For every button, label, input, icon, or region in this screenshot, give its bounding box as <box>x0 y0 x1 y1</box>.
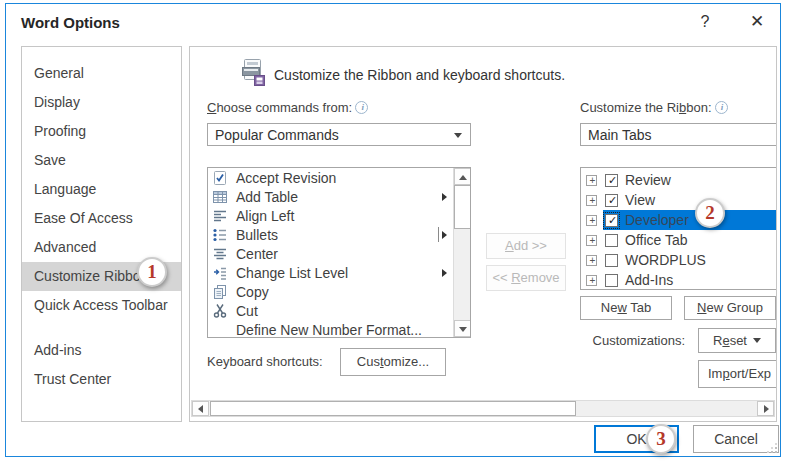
reset-button[interactable]: Reset <box>698 328 776 353</box>
sidebar-item-general[interactable]: General <box>22 59 181 88</box>
command-row[interactable]: Cut <box>208 301 470 320</box>
change-list-level-icon <box>212 265 228 281</box>
callout-badge-2: 2 <box>695 198 725 228</box>
tab-checkbox[interactable] <box>605 274 618 287</box>
submenu-arrow-icon <box>442 231 447 239</box>
tree-row-add-ins[interactable]: Add-Ins <box>581 270 776 290</box>
callout-badge-1: 1 <box>137 257 167 287</box>
tree-row-review[interactable]: Review <box>581 170 776 190</box>
tree-row-office-tab[interactable]: Office Tab <box>581 230 776 250</box>
reset-caret-icon <box>753 338 761 343</box>
commands-list: Accept RevisionAdd TableAlign LeftBullet… <box>207 167 471 338</box>
sidebar-item-ease-of-access[interactable]: Ease Of Access <box>22 204 181 233</box>
sidebar-item-save[interactable]: Save <box>22 146 181 175</box>
remove-button[interactable]: << Remove <box>486 265 566 291</box>
main-panel: Customize the Ribbon and keyboard shortc… <box>189 46 777 422</box>
tab-row-body[interactable]: Review <box>603 170 776 190</box>
sidebar-item-language[interactable]: Language <box>22 175 181 204</box>
help-button[interactable]: ? <box>690 8 720 36</box>
scroll-down-button[interactable] <box>454 320 471 337</box>
submenu-arrow-icon <box>442 193 447 201</box>
command-label: Cut <box>236 303 258 319</box>
tab-checkbox[interactable] <box>605 254 618 267</box>
sidebar-item-add-ins[interactable]: Add-ins <box>22 336 181 365</box>
scroll-up-button[interactable] <box>454 168 471 185</box>
info-icon <box>355 101 368 114</box>
expand-plus-icon[interactable] <box>586 255 597 266</box>
customize-keyboard-button[interactable]: Customize... <box>340 348 446 376</box>
accept-revision-icon <box>212 170 228 186</box>
window-title: Word Options <box>21 14 120 31</box>
info-icon <box>715 101 728 114</box>
tab-row-body[interactable]: Developer <box>603 210 776 230</box>
tab-checkbox[interactable] <box>605 174 618 187</box>
tab-row-body[interactable]: Office Tab <box>603 230 776 250</box>
tab-label: Review <box>625 172 671 188</box>
command-label: Copy <box>236 284 269 300</box>
command-row[interactable]: Accept Revision <box>208 168 470 187</box>
no-icon <box>212 322 228 338</box>
sidebar-item-display[interactable]: Display <box>22 88 181 117</box>
horizontal-scroll-thumb[interactable] <box>210 401 576 416</box>
command-label: Accept Revision <box>236 170 336 186</box>
horizontal-scrollbar[interactable] <box>191 400 775 417</box>
split-divider <box>438 227 439 242</box>
main-tabs-tree: ReviewViewDeveloperOffice TabWORDPLUSAdd… <box>580 167 777 290</box>
tree-row-view[interactable]: View <box>581 190 776 210</box>
command-label: Define New Number Format... <box>236 322 422 338</box>
command-row[interactable]: Center <box>208 244 470 263</box>
tree-row-developer[interactable]: Developer <box>581 210 776 230</box>
dropdown-caret-icon <box>454 133 462 138</box>
tab-row-body[interactable]: Add-Ins <box>603 270 776 290</box>
sidebar-item-proofing[interactable]: Proofing <box>22 117 181 146</box>
scroll-left-button[interactable] <box>192 401 209 416</box>
tab-row-body[interactable]: View <box>603 190 776 210</box>
word-options-screenshot: Word Options ? ✕ GeneralDisplayProofingS… <box>0 0 788 468</box>
resize-grip[interactable] <box>766 442 777 453</box>
add-button[interactable]: Add >> <box>486 233 566 259</box>
title-bar: Word Options ? ✕ <box>6 4 780 42</box>
bullets-icon <box>212 227 228 243</box>
submenu-arrow-icon <box>442 269 447 277</box>
choose-commands-dropdown[interactable]: Popular Commands <box>207 123 471 146</box>
tab-row-body[interactable]: WORDPLUS <box>603 250 776 270</box>
tab-label: Developer <box>625 212 689 228</box>
command-row[interactable]: Copy <box>208 282 470 301</box>
customize-ribbon-dropdown[interactable]: Main Tabs <box>580 123 777 146</box>
command-row[interactable]: Define New Number Format... <box>208 320 470 338</box>
expand-plus-icon[interactable] <box>586 175 597 186</box>
tab-label: WORDPLUS <box>625 252 706 268</box>
customizations-label: Customizations: <box>570 330 685 352</box>
command-row[interactable]: Bullets <box>208 225 470 244</box>
add-table-icon <box>212 189 228 205</box>
tab-checkbox[interactable] <box>605 214 618 227</box>
command-label: Bullets <box>236 227 278 243</box>
expand-plus-icon[interactable] <box>586 275 597 286</box>
tab-label: Add-Ins <box>625 272 673 288</box>
command-label: Align Left <box>236 208 294 224</box>
tab-label: Office Tab <box>625 232 688 248</box>
copy-icon <box>212 284 228 300</box>
tree-row-wordplus[interactable]: WORDPLUS <box>581 250 776 270</box>
command-row[interactable]: Change List Level <box>208 263 470 282</box>
scroll-right-button[interactable] <box>757 401 774 416</box>
command-row[interactable]: Add Table <box>208 187 470 206</box>
import-export-button[interactable]: Import/Exp <box>698 360 777 388</box>
expand-plus-icon[interactable] <box>586 215 597 226</box>
panel-header-text: Customize the Ribbon and keyboard shortc… <box>274 67 565 83</box>
tab-checkbox[interactable] <box>605 234 618 247</box>
keyboard-shortcuts-label: Keyboard shortcuts: <box>207 354 323 370</box>
sidebar-item-trust-center[interactable]: Trust Center <box>22 365 181 394</box>
new-tab-button[interactable]: New Tab <box>580 296 672 320</box>
tab-checkbox[interactable] <box>605 194 618 207</box>
expand-plus-icon[interactable] <box>586 195 597 206</box>
sidebar-item-quick-access-toolbar[interactable]: Quick Access Toolbar <box>22 291 181 320</box>
close-button[interactable]: ✕ <box>742 8 772 36</box>
commands-scrollbar[interactable] <box>453 168 470 337</box>
command-label: Change List Level <box>236 265 348 281</box>
scroll-thumb[interactable] <box>454 185 471 229</box>
command-label: Add Table <box>236 189 298 205</box>
command-row[interactable]: Align Left <box>208 206 470 225</box>
expand-plus-icon[interactable] <box>586 235 597 246</box>
new-group-button[interactable]: New Group <box>684 296 776 320</box>
